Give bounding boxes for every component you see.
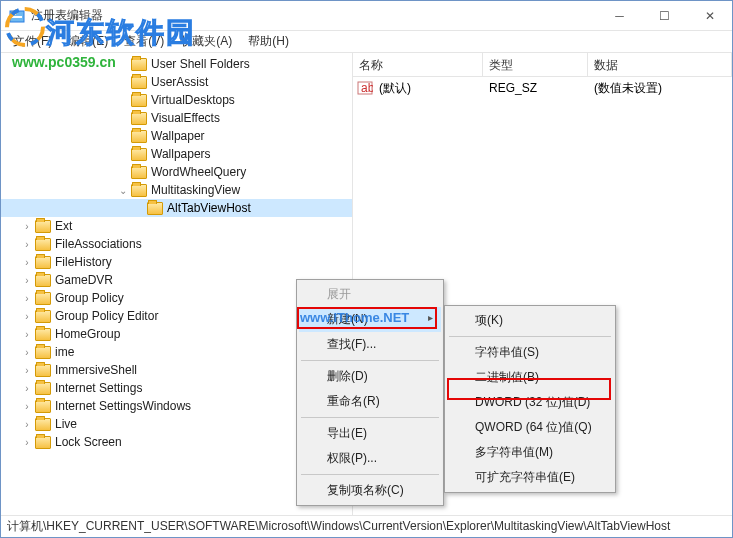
string-value-icon: ab bbox=[357, 80, 373, 96]
expand-icon[interactable] bbox=[21, 239, 33, 250]
tree-label: HomeGroup bbox=[55, 327, 120, 341]
ctx-new-multistring[interactable]: 多字符串值(M) bbox=[447, 440, 613, 465]
tree-label: ime bbox=[55, 345, 74, 359]
tree-node[interactable]: FileHistory bbox=[1, 253, 352, 271]
col-type[interactable]: 类型 bbox=[483, 53, 588, 76]
folder-icon bbox=[147, 202, 163, 215]
tree-label: VirtualDesktops bbox=[151, 93, 235, 107]
folder-icon bbox=[35, 418, 51, 431]
menu-favorites[interactable]: 收藏夹(A) bbox=[172, 31, 240, 52]
folder-icon bbox=[35, 274, 51, 287]
expand-icon[interactable] bbox=[21, 383, 33, 394]
menu-file[interactable]: 文件(F) bbox=[5, 31, 60, 52]
tree-label: FileHistory bbox=[55, 255, 112, 269]
tree-label: Lock Screen bbox=[55, 435, 122, 449]
tree-label: VisualEffects bbox=[151, 111, 220, 125]
window-title: 注册表编辑器 bbox=[31, 7, 597, 24]
ctx-new-binary[interactable]: 二进制值(B) bbox=[447, 365, 613, 390]
svg-rect-2 bbox=[12, 16, 22, 18]
tree-node[interactable]: VisualEffects bbox=[1, 109, 352, 127]
expand-icon[interactable] bbox=[21, 311, 33, 322]
tree-label: Internet Settings bbox=[55, 381, 142, 395]
tree-label: AltTabViewHost bbox=[167, 201, 251, 215]
ctx-new-qword[interactable]: QWORD (64 位)值(Q) bbox=[447, 415, 613, 440]
menu-help[interactable]: 帮助(H) bbox=[240, 31, 297, 52]
expand-icon[interactable] bbox=[21, 437, 33, 448]
col-data[interactable]: 数据 bbox=[588, 53, 732, 76]
folder-icon bbox=[35, 238, 51, 251]
ctx-copykeyname[interactable]: 复制项名称(C) bbox=[299, 478, 441, 503]
statusbar: 计算机\HKEY_CURRENT_USER\SOFTWARE\Microsoft… bbox=[1, 515, 732, 537]
tree-node[interactable]: Wallpapers bbox=[1, 145, 352, 163]
list-row[interactable]: ab (默认) REG_SZ (数值未设置) bbox=[353, 79, 732, 97]
expand-icon[interactable] bbox=[21, 293, 33, 304]
titlebar[interactable]: 注册表编辑器 ─ ☐ ✕ bbox=[1, 1, 732, 31]
tree-node[interactable]: VirtualDesktops bbox=[1, 91, 352, 109]
ctx-delete[interactable]: 删除(D) bbox=[299, 364, 441, 389]
ctx-new-string[interactable]: 字符串值(S) bbox=[447, 340, 613, 365]
expand-icon[interactable] bbox=[21, 347, 33, 358]
ctx-new-expandstring[interactable]: 可扩充字符串值(E) bbox=[447, 465, 613, 490]
tree-node[interactable]: UserAssist bbox=[1, 73, 352, 91]
tree-label: Wallpapers bbox=[151, 147, 211, 161]
value-data: (数值未设置) bbox=[588, 80, 732, 97]
menubar: 文件(F) 编辑(E) 查看(V) 收藏夹(A) 帮助(H) bbox=[1, 31, 732, 53]
tree-label: FileAssociations bbox=[55, 237, 142, 251]
maximize-button[interactable]: ☐ bbox=[642, 1, 687, 30]
ctx-export[interactable]: 导出(E) bbox=[299, 421, 441, 446]
value-type: REG_SZ bbox=[483, 81, 588, 95]
col-name[interactable]: 名称 bbox=[353, 53, 483, 76]
folder-icon bbox=[131, 94, 147, 107]
expand-icon[interactable] bbox=[21, 329, 33, 340]
folder-icon bbox=[35, 310, 51, 323]
folder-icon bbox=[35, 220, 51, 233]
expand-icon[interactable] bbox=[21, 401, 33, 412]
tree-node[interactable]: User Shell Folders bbox=[1, 55, 352, 73]
expand-icon[interactable] bbox=[21, 257, 33, 268]
tree-label: Internet SettingsWindows bbox=[55, 399, 191, 413]
menu-edit[interactable]: 编辑(E) bbox=[60, 31, 116, 52]
ctx-find[interactable]: 查找(F)... bbox=[299, 332, 441, 357]
folder-icon bbox=[35, 364, 51, 377]
folder-icon bbox=[35, 328, 51, 341]
tree-node[interactable]: Wallpaper bbox=[1, 127, 352, 145]
svg-rect-1 bbox=[12, 13, 16, 15]
close-button[interactable]: ✕ bbox=[687, 1, 732, 30]
svg-text:ab: ab bbox=[361, 81, 373, 95]
ctx-expand[interactable]: 展开 bbox=[299, 282, 441, 307]
ctx-new-key[interactable]: 项(K) bbox=[447, 308, 613, 333]
minimize-button[interactable]: ─ bbox=[597, 1, 642, 30]
separator bbox=[301, 360, 439, 361]
ctx-rename[interactable]: 重命名(R) bbox=[299, 389, 441, 414]
ctx-permissions[interactable]: 权限(P)... bbox=[299, 446, 441, 471]
tree-node[interactable]: Ext bbox=[1, 217, 352, 235]
tree-label: User Shell Folders bbox=[151, 57, 250, 71]
folder-icon bbox=[131, 58, 147, 71]
ctx-new[interactable]: 新建(N)▸ bbox=[299, 307, 441, 332]
folder-icon bbox=[131, 130, 147, 143]
value-name: (默认) bbox=[373, 80, 483, 97]
chevron-right-icon: ▸ bbox=[428, 312, 433, 323]
tree-node[interactable]: AltTabViewHost bbox=[1, 199, 352, 217]
tree-label: ImmersiveShell bbox=[55, 363, 137, 377]
window-buttons: ─ ☐ ✕ bbox=[597, 1, 732, 30]
tree-label: GameDVR bbox=[55, 273, 113, 287]
folder-icon bbox=[35, 346, 51, 359]
expand-icon[interactable] bbox=[21, 275, 33, 286]
menu-view[interactable]: 查看(V) bbox=[116, 31, 172, 52]
tree-node[interactable]: MultitaskingView bbox=[1, 181, 352, 199]
folder-icon bbox=[131, 166, 147, 179]
tree-node[interactable]: FileAssociations bbox=[1, 235, 352, 253]
separator bbox=[301, 474, 439, 475]
expand-icon[interactable] bbox=[21, 365, 33, 376]
folder-icon bbox=[131, 184, 147, 197]
collapse-icon[interactable] bbox=[117, 185, 129, 196]
expand-icon[interactable] bbox=[21, 419, 33, 430]
folder-icon bbox=[35, 382, 51, 395]
ctx-new-dword[interactable]: DWORD (32 位)值(D) bbox=[447, 390, 613, 415]
tree-label: Group Policy bbox=[55, 291, 124, 305]
folder-icon bbox=[35, 436, 51, 449]
expand-icon[interactable] bbox=[21, 221, 33, 232]
tree-label: Wallpaper bbox=[151, 129, 205, 143]
tree-node[interactable]: WordWheelQuery bbox=[1, 163, 352, 181]
